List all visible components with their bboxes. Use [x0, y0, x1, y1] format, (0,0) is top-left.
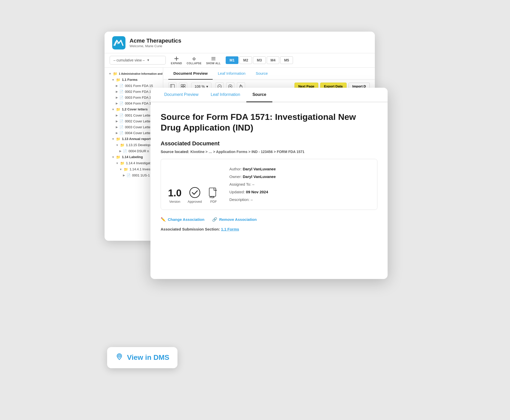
doc-badges-row: 1.0 Version Approved [168, 165, 219, 203]
pdf-badge: PDF PDF [208, 187, 219, 203]
svg-rect-13 [209, 188, 216, 196]
play-icon: ▶ [116, 125, 118, 129]
source-located-label: Source located: [161, 149, 189, 154]
author-row: Author: Daryl VanLuvanee [229, 165, 370, 173]
expand-icon: ▼ [109, 72, 111, 75]
edit-icon: ✏️ [161, 217, 166, 222]
play-icon: ▶ [116, 84, 118, 87]
assoc-doc-heading: Associated Document [161, 140, 377, 147]
file-icon: 📄 [119, 84, 123, 88]
view-in-dms-label: View in DMS [127, 353, 169, 362]
play-icon: ▶ [119, 149, 121, 153]
expand-icon: ▼ [112, 78, 114, 81]
source-panel-tabs: Document Preview Leaf Information Source [150, 88, 388, 102]
remove-association-button[interactable]: 🔗 Remove Association [212, 217, 257, 222]
app-header: Acme Therapeutics Welcome, Marie Curie [105, 32, 375, 53]
app-title: Acme Therapeutics [130, 37, 181, 44]
folder-icon: 📁 [116, 107, 120, 111]
folder-icon: 📁 [124, 167, 128, 171]
play-icon: ▶ [116, 96, 118, 99]
view-select-dropdown[interactable]: – cumulative view – ▼ [110, 56, 166, 65]
tree-item[interactable]: ▼ 📁 1.1 Forms [105, 77, 163, 83]
bottom-actions: ✏️ Change Association 🔗 Remove Associati… [161, 217, 377, 222]
folder-icon: 📁 [120, 161, 124, 165]
file-icon: 📄 [119, 125, 123, 129]
owner-row: Owner: Daryl VanLuvanee [229, 173, 370, 181]
expand-icon: ▼ [112, 108, 114, 111]
source-title: Source for Form FDA 1571: Investigationa… [161, 111, 377, 133]
file-icon: 📄 [119, 101, 123, 105]
folder-icon: 📁 [116, 137, 120, 141]
version-badge: 1.0 Version [168, 188, 182, 203]
expand-icon: ▼ [116, 162, 119, 165]
doc-info-box: 1.0 Version Approved [161, 159, 377, 210]
svg-point-12 [190, 187, 200, 198]
breadcrumb-path: Kivotine > … > Application Forms > IND -… [190, 150, 304, 154]
assoc-submission-section: Associated Submission Section: 1.1 Forms [161, 227, 377, 231]
tab-leaf-information[interactable]: Leaf Information [213, 68, 250, 80]
tab-m1[interactable]: M1 [226, 56, 238, 64]
play-icon: ▶ [116, 131, 118, 135]
file-icon: 📄 [123, 149, 127, 153]
file-icon: 📄 [119, 96, 123, 99]
expand-icon: ▼ [119, 168, 122, 171]
fg-tab-document-preview[interactable]: Document Preview [158, 88, 205, 102]
approved-badge: Approved [188, 186, 202, 203]
fg-tab-leaf-information[interactable]: Leaf Information [205, 88, 246, 102]
play-icon: ▶ [116, 90, 118, 93]
tab-source[interactable]: Source [251, 68, 273, 80]
doc-panel-tabs: Document Preview Leaf Information Source [163, 68, 375, 80]
expand-button[interactable]: EXPAND [171, 56, 182, 65]
approved-icon [189, 186, 201, 199]
view-in-dms-bubble[interactable]: View in DMS [107, 347, 177, 368]
app-branding: Acme Therapeutics Welcome, Marie Curie [130, 37, 181, 48]
description-row: Description: – [229, 196, 370, 203]
doc-meta: Author: Daryl VanLuvanee Owner: Daryl Va… [229, 165, 370, 203]
dms-location-icon [115, 353, 123, 363]
app-logo [112, 36, 125, 49]
unlink-icon: 🔗 [212, 217, 217, 222]
tab-m4[interactable]: M4 [267, 56, 279, 64]
toolbar-row: – cumulative view – ▼ EXPAND COLLAPSE SH… [105, 53, 375, 68]
play-icon: ▶ [116, 120, 118, 123]
folder-icon: 📁 [116, 155, 120, 159]
folder-icon: 📁 [116, 78, 120, 82]
version-label: Version [169, 200, 180, 203]
file-icon: 📄 [119, 119, 123, 123]
folder-icon: 📁 [113, 72, 117, 76]
assigned-row: Assigned To: – [229, 181, 370, 188]
fg-tab-source[interactable]: Source [246, 88, 272, 102]
play-icon: ▶ [123, 174, 125, 177]
file-icon: 📄 [119, 113, 123, 117]
tab-document-preview[interactable]: Document Preview [168, 68, 213, 80]
tree-controls: EXPAND COLLAPSE SHOW ALL [171, 56, 221, 65]
m-tabs: M1 M2 M3 M4 M5 [226, 56, 293, 64]
expand-icon: ▼ [116, 144, 119, 147]
approved-label: Approved [188, 200, 202, 203]
dropdown-arrow-icon: ▼ [147, 58, 150, 62]
app-subtitle: Welcome, Marie Curie [130, 44, 181, 48]
svg-rect-4 [183, 84, 185, 86]
change-association-button[interactable]: ✏️ Change Association [161, 217, 205, 222]
show-all-button[interactable]: SHOW ALL [206, 56, 221, 65]
updated-row: Updated: 09 Nov 2024 [229, 188, 370, 196]
file-icon: 📄 [119, 131, 123, 135]
tab-m3[interactable]: M3 [253, 56, 265, 64]
svg-rect-3 [181, 84, 183, 86]
file-icon: 📄 [119, 90, 123, 94]
tree-item[interactable]: ▼ 📁 1 Administrative Information and Pre… [105, 71, 163, 77]
play-icon: ▶ [116, 114, 118, 117]
collapse-button[interactable]: COLLAPSE [187, 56, 201, 65]
source-panel: Document Preview Leaf Information Source… [150, 88, 388, 279]
svg-text:PDF: PDF [210, 196, 215, 199]
pdf-icon: PDF [208, 187, 219, 199]
tab-m5[interactable]: M5 [280, 56, 293, 64]
tab-m2[interactable]: M2 [239, 56, 252, 64]
file-icon: 📄 [126, 173, 131, 177]
play-icon: ▶ [116, 102, 118, 105]
expand-icon: ▼ [112, 137, 114, 141]
assoc-submission-link[interactable]: 1.1 Forms [221, 227, 239, 231]
source-located: Source located: Kivotine > … > Applicati… [161, 149, 377, 154]
folder-icon: 📁 [120, 143, 124, 147]
pdf-label: PDF [210, 200, 217, 203]
